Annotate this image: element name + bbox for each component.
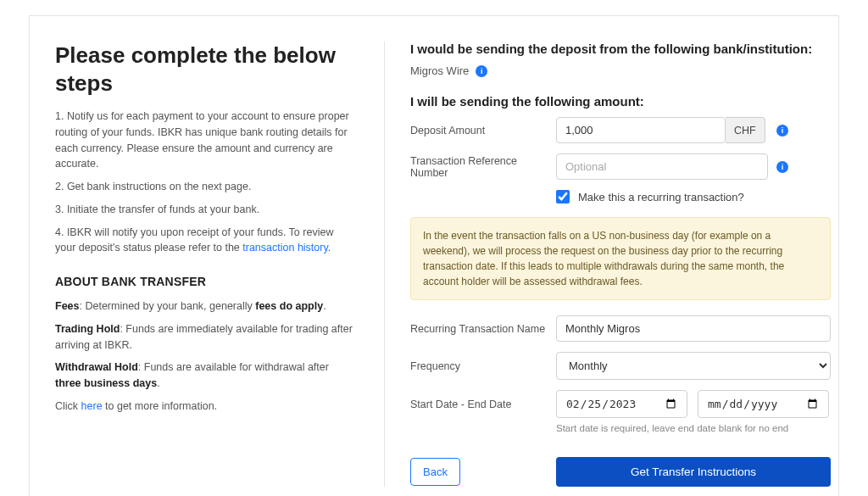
start-date-input[interactable] [556,390,687,418]
deposit-amount-input[interactable] [556,117,726,143]
step-1: 1. Notify us for each payment to your ac… [55,109,353,172]
left-panel: Please complete the below steps 1. Notif… [55,42,353,487]
recurring-alert: In the event the transaction falls on a … [410,217,831,300]
step-2: 2. Get bank instructions on the next pag… [55,179,353,195]
step-4: 4. IBKR will notify you upon receipt of … [55,225,353,257]
date-range-label: Start Date - End Date [410,398,556,410]
back-button[interactable]: Back [410,458,460,486]
recurring-checkbox[interactable] [556,190,570,203]
recurring-label: Make this a recurring transaction? [578,191,744,203]
transaction-history-link[interactable]: transaction history [242,242,328,254]
get-instructions-button[interactable]: Get Transfer Instructions [556,457,831,487]
recurring-name-label: Recurring Transaction Name [410,323,556,335]
withdrawal-hold-line: Withdrawal Hold: Funds are available for… [55,359,353,392]
end-date-input[interactable] [698,390,829,418]
more-info-link[interactable]: here [81,400,103,412]
info-icon[interactable]: i [776,125,788,137]
info-icon[interactable]: i [476,65,487,77]
currency-addon: CHF [726,117,765,143]
date-hint: Start date is required, leave end date b… [556,423,831,433]
about-heading: ABOUT BANK TRANSFER [55,275,353,288]
frequency-select[interactable]: Monthly [556,352,831,380]
institution-name: Migros Wire [410,64,469,77]
trn-label: Transaction Reference Number [410,155,556,179]
deposit-amount-label: Deposit Amount [410,125,556,137]
frequency-label: Frequency [410,360,556,372]
institution-heading: I would be sending the deposit from the … [410,42,831,56]
amount-heading: I will be sending the following amount: [410,94,831,109]
page-title: Please complete the below steps [55,42,353,97]
recurring-name-input[interactable] [556,315,831,342]
trn-input[interactable] [556,153,768,180]
more-info-line: Click here to get more information. [55,398,353,415]
trading-hold-line: Trading Hold: Funds are immediately avai… [55,321,353,354]
step-3: 3. Initiate the transfer of funds at you… [55,202,353,218]
info-icon[interactable]: i [776,161,788,173]
deposit-card: Please complete the below steps 1. Notif… [29,15,839,496]
fees-line: Fees: Determined by your bank, generally… [55,298,353,315]
right-panel: I would be sending the deposit from the … [384,42,831,487]
